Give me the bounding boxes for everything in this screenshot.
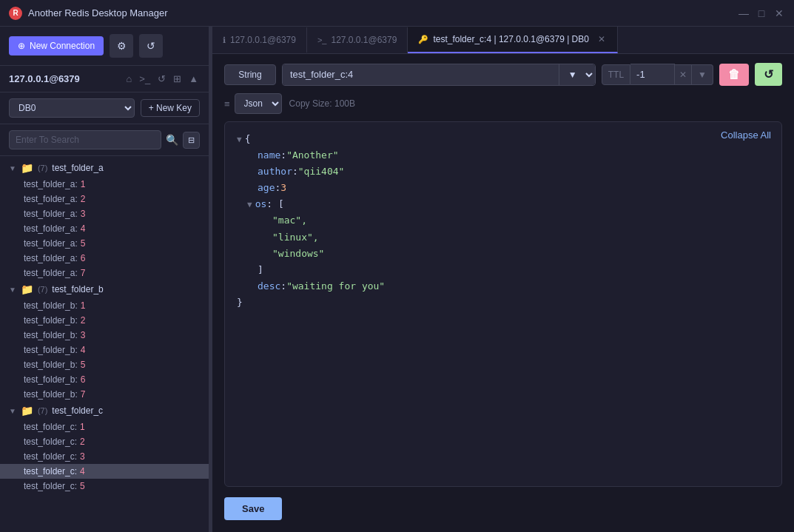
key-editor: String ▼ TTL ✕ ▼ 🗑 ↺ (212, 54, 794, 532)
search-input[interactable] (9, 130, 161, 149)
folder-header-b[interactable]: ▼ 📁 (7) test_folder_b (0, 280, 209, 298)
folder-header-a[interactable]: ▼ 📁 (7) test_folder_a (0, 159, 209, 177)
tab-info[interactable]: ℹ 127.0.0.1@6379 (212, 27, 307, 53)
list-item[interactable]: test_folder_b:7 (0, 387, 209, 402)
list-item[interactable]: test_folder_b:1 (0, 298, 209, 313)
list-item[interactable]: test_folder_b:3 (0, 328, 209, 343)
collapse-os-arrow[interactable]: ▼ (247, 198, 252, 212)
list-item[interactable]: test_folder_b:6 (0, 372, 209, 387)
tab-key[interactable]: 🔑 test_folder_c:4 | 127.0.0.1@6379 | DB0… (408, 27, 618, 53)
json-val-age: 3 (280, 180, 286, 196)
home-button[interactable]: ⌂ (124, 72, 133, 86)
close-button[interactable]: ✕ (773, 7, 785, 19)
ttl-confirm-button[interactable]: ▼ (692, 64, 713, 85)
connection-name: 127.0.0.1@6379 (9, 73, 80, 84)
format-bar: ≡ Json Raw Hex Copy Size: 100B (224, 93, 782, 114)
collapse-sidebar-button[interactable]: ▲ (187, 72, 200, 86)
json-val-mac: "mac", (272, 212, 307, 229)
delete-key-button[interactable]: 🗑 (719, 64, 749, 86)
json-colon: : (292, 164, 298, 180)
key-name-dropdown[interactable]: ▼ (559, 64, 595, 85)
json-line: age : 3 (237, 180, 770, 196)
tab-terminal[interactable]: >_ 127.0.0.1@6379 (307, 27, 408, 53)
refresh-conn-button[interactable]: ↺ (156, 72, 167, 86)
folder-count-a: (7) (38, 164, 47, 172)
folder-group-b: ▼ 📁 (7) test_folder_b test_folder_b:1 te… (0, 280, 209, 402)
json-line: "windows" (237, 246, 770, 262)
collapse-brace-arrow[interactable]: ▼ (237, 133, 242, 147)
ttl-container: TTL ✕ ▼ (602, 64, 713, 85)
new-connection-label: New Connection (30, 41, 95, 51)
minimize-button[interactable]: — (738, 7, 750, 19)
folder-header-c[interactable]: ▼ 📁 (7) test_folder_c (0, 402, 209, 420)
copy-size-label: Copy Size: 100B (289, 98, 355, 109)
reload-button[interactable]: ↺ (139, 34, 163, 58)
list-item[interactable]: test_folder_c:2 (0, 434, 209, 449)
list-item[interactable]: test_folder_a:7 (0, 266, 209, 280)
main-layout: ⊕ New Connection ⚙ ↺ 127.0.0.1@6379 ⌂ >_… (0, 27, 794, 532)
refresh-key-button[interactable]: ↺ (755, 63, 782, 86)
list-item[interactable]: test_folder_c:3 (0, 449, 209, 464)
search-icon-button[interactable]: 🔍 (166, 134, 178, 146)
list-item[interactable]: test_folder_a:1 (0, 177, 209, 192)
json-line: desc : "waiting for you" (237, 278, 770, 294)
save-button[interactable]: Save (224, 497, 282, 520)
sidebar: ⊕ New Connection ⚙ ↺ 127.0.0.1@6379 ⌂ >_… (0, 27, 209, 532)
json-key-author: author (258, 164, 292, 180)
list-item[interactable]: test_folder_a:6 (0, 251, 209, 266)
folder-count-c: (7) (38, 406, 47, 415)
list-item[interactable]: test_folder_b:5 (0, 357, 209, 372)
list-item[interactable]: test_folder_b:2 (0, 313, 209, 328)
list-item[interactable]: test_folder_a:3 (0, 206, 209, 221)
tab-close-button[interactable]: ✕ (596, 34, 607, 44)
list-item[interactable]: test_folder_a:2 (0, 192, 209, 206)
connection-actions: ⌂ >_ ↺ ⊞ ▲ (124, 72, 200, 86)
collapse-all-button[interactable]: Collapse All (721, 129, 771, 141)
new-connection-button[interactable]: ⊕ New Connection (9, 36, 104, 55)
titlebar-left: R Another Redis Desktop Manager (9, 7, 168, 20)
key-name-container: ▼ (282, 64, 596, 86)
settings-icon: ⚙ (117, 40, 127, 52)
ttl-clear-button[interactable]: ✕ (675, 64, 692, 85)
folder-count-b: (7) (38, 285, 47, 294)
json-val-windows: "windows" (272, 246, 324, 262)
json-line: ▼ os : [ (237, 196, 770, 212)
json-line: author : "qii404" (237, 164, 770, 180)
list-item[interactable]: test_folder_b:4 (0, 343, 209, 357)
format-selector[interactable]: Json Raw Hex (235, 93, 282, 114)
content-area: ℹ 127.0.0.1@6379 >_ 127.0.0.1@6379 🔑 tes… (212, 27, 794, 532)
list-item[interactable]: test_folder_a:4 (0, 221, 209, 236)
tab-terminal-label: 127.0.0.1@6379 (331, 35, 397, 45)
ttl-input[interactable] (630, 64, 675, 85)
terminal-button[interactable]: >_ (138, 72, 152, 86)
folder-name-c: test_folder_c (52, 405, 103, 416)
folder-icon-a: 📁 (21, 162, 33, 174)
grid-button[interactable]: ⊞ (172, 72, 183, 86)
titlebar-controls: — □ ✕ (738, 7, 785, 19)
list-item[interactable]: test_folder_c:1 (0, 420, 209, 434)
json-line: "linux", (237, 229, 770, 246)
json-key-os: os (255, 196, 267, 212)
key-name-input[interactable] (283, 64, 559, 85)
settings-button[interactable]: ⚙ (110, 34, 133, 58)
folder-arrow-a: ▼ (9, 164, 16, 172)
close-brace: } (237, 294, 243, 311)
key-tab-icon: 🔑 (418, 35, 428, 44)
json-line: } (237, 294, 770, 311)
list-item[interactable]: test_folder_a:5 (0, 236, 209, 251)
app-logo: R (9, 7, 22, 20)
app-title: Another Redis Desktop Manager (28, 7, 168, 18)
list-item-active[interactable]: test_folder_c:4 (0, 464, 209, 479)
sidebar-header: ⊕ New Connection ⚙ ↺ (0, 27, 209, 66)
terminal-tab-icon: >_ (317, 36, 327, 44)
titlebar: R Another Redis Desktop Manager — □ ✕ (0, 0, 794, 27)
new-key-button[interactable]: + New Key (141, 99, 200, 117)
db-selector[interactable]: DB0 DB1 DB2 DB3 (9, 98, 135, 118)
open-brace: { (245, 131, 251, 147)
filter-button[interactable]: ⊟ (183, 132, 200, 149)
folder-name-b: test_folder_b (52, 284, 103, 294)
maximize-button[interactable]: □ (756, 7, 767, 19)
json-line: ▼ { (237, 131, 770, 147)
ttl-label: TTL (602, 64, 630, 85)
list-item[interactable]: test_folder_c:5 (0, 479, 209, 494)
